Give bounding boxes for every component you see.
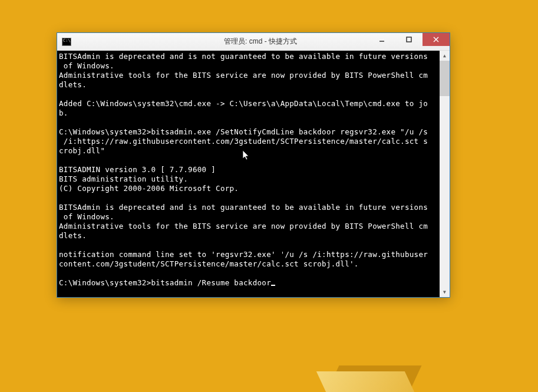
svg-rect-1 <box>407 37 411 42</box>
scroll-up-button[interactable]: ▲ <box>440 51 450 61</box>
minimize-button[interactable] <box>368 33 395 46</box>
desktop-folder-decoration <box>321 363 415 392</box>
cmd-icon <box>62 38 71 46</box>
scroll-thumb[interactable] <box>440 61 450 96</box>
vertical-scrollbar[interactable]: ▲ ▼ <box>440 51 450 297</box>
scroll-down-button[interactable]: ▼ <box>440 287 450 297</box>
window-controls <box>368 33 450 46</box>
close-button[interactable] <box>423 33 450 46</box>
maximize-button[interactable] <box>395 33 423 46</box>
titlebar[interactable]: 管理员: cmd - 快捷方式 <box>57 33 450 51</box>
console-output: BITSAdmin is deprecated and is not guara… <box>59 52 438 288</box>
cmd-window: 管理员: cmd - 快捷方式 BITSAdmin is deprecated … <box>57 33 450 297</box>
console-area[interactable]: BITSAdmin is deprecated and is not guara… <box>57 51 450 297</box>
